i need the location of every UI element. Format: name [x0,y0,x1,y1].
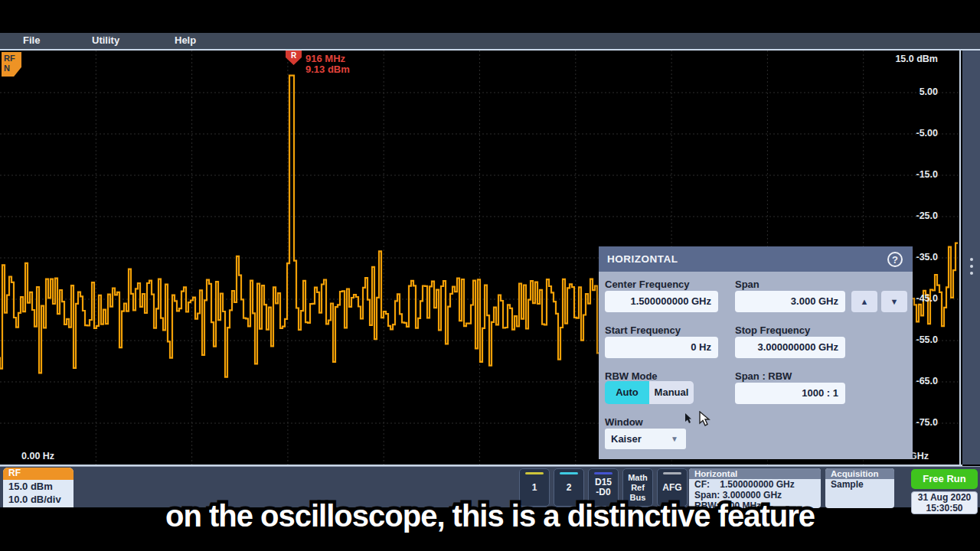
menu-utility[interactable]: Utility [92,34,119,46]
span-rbw-label: Span : RBW [735,370,792,382]
rbw-mode-label: RBW Mode [605,370,658,382]
free-run-button[interactable]: Free Run [911,469,978,489]
rbw-auto-button[interactable]: Auto [605,381,649,404]
rbw-manual-button[interactable]: Manual [649,381,694,404]
marker-level: 9.13 dBm [305,64,350,75]
y-axis-tick: -5.00 [884,128,938,139]
svg-text:R: R [291,51,297,60]
channel-color-stripe [525,472,544,474]
menu-bar: File Utility Help [0,33,980,49]
start-frequency-label: Start Frequency [605,324,681,336]
acquisition-mode: Sample [825,479,894,490]
results-bar-handle[interactable] [962,51,980,465]
channel-color-stripe [560,472,578,474]
menu-help[interactable]: Help [175,34,196,46]
cf-readout: CF: 1.500000000 GHz [689,479,821,490]
window-label: Window [605,416,643,428]
horizontal-status-title: Horizontal [689,468,821,479]
channel-color-stripe [594,472,612,474]
center-frequency-label: Center Frequency [605,279,690,290]
marker-triangle-icon: R [286,51,302,65]
y-axis-tick: -25.0 [884,210,938,221]
reference-marker[interactable]: R 916 MHz 9.13 dBm [286,51,302,65]
span-label: Span [735,279,760,290]
stop-frequency-label: Stop Frequency [735,324,810,336]
acquisition-status-title: Acquisition [825,468,894,479]
dialog-title: HORIZONTAL [599,246,913,272]
span-input[interactable]: 3.000 GHz [735,291,845,312]
window-dropdown[interactable]: Kaiser ▼ [605,429,686,449]
stop-frequency-input[interactable]: 3.000000000 GHz [735,337,845,358]
horizontal-dialog: HORIZONTAL ? Center Frequency 1.50000000… [599,246,913,459]
chevron-down-icon: ▼ [671,429,678,449]
drag-dots-icon [962,51,980,275]
y-axis-tick: 5.00 [884,86,938,97]
x-axis-start-label: 0.00 Hz [21,451,54,461]
y-axis-unit-label: 15.0 dBm [884,54,938,64]
span-decrement-button[interactable]: ▼ [881,291,907,312]
mouse-cursor-icon [699,411,713,428]
small-cursor-icon [685,413,694,424]
channel-color-stripe [663,472,681,474]
rf-level: 15.0 dBm [3,480,74,493]
center-frequency-input[interactable]: 1.500000000 GHz [605,291,718,312]
video-caption: on the oscilloscope, this is a distincti… [0,499,980,533]
rbw-mode-toggle: Auto Manual [605,381,694,404]
help-icon[interactable]: ? [887,252,903,267]
menu-file[interactable]: File [23,34,40,46]
marker-frequency: 916 MHz [305,53,345,64]
span-rbw-input[interactable]: 1000 : 1 [735,383,845,404]
start-frequency-input[interactable]: 0 Hz [605,337,718,358]
y-axis-tick: -15.0 [884,169,938,180]
span-increment-button[interactable]: ▲ [851,291,877,312]
